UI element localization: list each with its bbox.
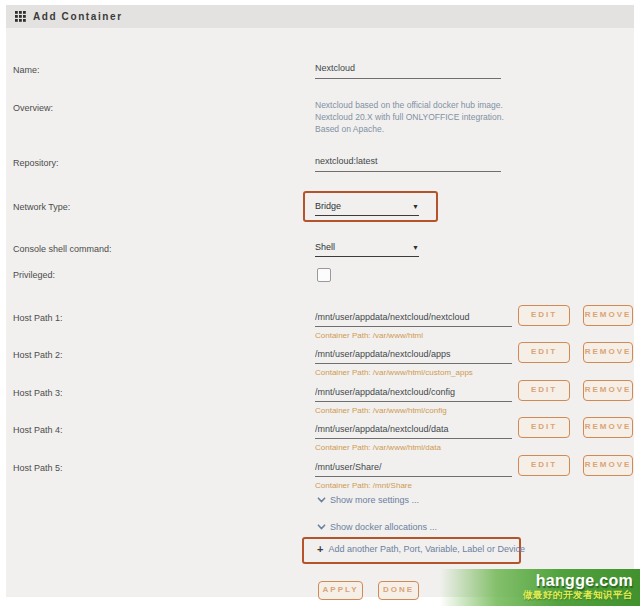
add-another-link[interactable]: + Add another Path, Port, Variable, Labe…: [317, 544, 525, 554]
host-path-1-value: /mnt/user/appdata/nextcloud/nextcloud: [315, 312, 470, 322]
edit-button[interactable]: EDIT: [518, 455, 570, 476]
container-path-note: Container Path: /var/www/html/data: [315, 443, 441, 452]
host-path-1-input[interactable]: /mnt/user/appdata/nextcloud/nextcloud: [315, 312, 512, 327]
remove-button[interactable]: REMOVE: [583, 380, 633, 401]
add-container-panel: Add Container Name: Nextcloud Overview: …: [6, 5, 634, 597]
host-path-4-value: /mnt/user/appdata/nextcloud/data: [315, 424, 449, 434]
host-path-5-label: Host Path 5:: [13, 463, 63, 473]
overview-text: Nextcloud based on the official docker h…: [315, 100, 529, 135]
remove-button[interactable]: REMOVE: [583, 342, 633, 363]
show-more-settings-link[interactable]: Show more settings ...: [317, 495, 419, 505]
network-type-label: Network Type:: [13, 202, 70, 212]
remove-button[interactable]: REMOVE: [583, 417, 633, 438]
host-path-5-value: /mnt/user/Share/: [315, 462, 382, 472]
chevron-down-icon: [317, 523, 326, 531]
container-path-note: Container Path: /var/www/html/custom_app…: [315, 368, 473, 377]
host-path-3-label: Host Path 3:: [13, 388, 63, 398]
apply-button[interactable]: APPLY: [318, 581, 363, 600]
host-path-2-input[interactable]: /mnt/user/appdata/nextcloud/apps: [315, 349, 512, 364]
add-another-label: Add another Path, Port, Variable, Label …: [328, 544, 524, 554]
hangge-watermark: hangge.com 做最好的开发者知识平台: [440, 569, 640, 606]
host-path-4-input[interactable]: /mnt/user/appdata/nextcloud/data: [315, 424, 512, 439]
console-shell-label: Console shell command:: [13, 244, 112, 254]
edit-button[interactable]: EDIT: [518, 305, 570, 326]
watermark-subtitle: 做最好的开发者知识平台: [440, 589, 633, 600]
dropdown-caret-icon: ▼: [412, 243, 419, 252]
overview-label: Overview:: [13, 103, 53, 113]
host-path-3-input[interactable]: /mnt/user/appdata/nextcloud/config: [315, 387, 512, 402]
console-shell-select[interactable]: Shell ▼: [315, 242, 419, 257]
container-path-note: Container Path: /mnt/Share: [315, 481, 412, 490]
watermark-title: hangge.com: [440, 572, 633, 589]
done-button[interactable]: DONE: [378, 581, 419, 600]
panel-title: Add Container: [33, 11, 123, 22]
container-path-note: Container Path: /var/www/html/config: [315, 406, 447, 415]
panel-titlebar: Add Container: [6, 5, 634, 28]
grid-icon: [15, 11, 26, 22]
name-input[interactable]: Nextcloud: [315, 63, 501, 79]
container-path-note: Container Path: /var/www/html: [315, 331, 423, 340]
console-shell-value: Shell: [315, 242, 335, 252]
repository-input[interactable]: nextcloud:latest: [315, 156, 501, 172]
repository-value: nextcloud:latest: [315, 156, 378, 166]
plus-icon: +: [317, 544, 323, 554]
remove-button[interactable]: REMOVE: [583, 305, 633, 326]
name-value: Nextcloud: [315, 63, 355, 73]
host-path-5-input[interactable]: /mnt/user/Share/: [315, 462, 512, 477]
dropdown-caret-icon: ▼: [412, 202, 419, 211]
edit-button[interactable]: EDIT: [518, 417, 570, 438]
show-docker-allocations-link[interactable]: Show docker allocations ...: [317, 522, 437, 532]
network-type-value: Bridge: [315, 201, 341, 211]
edit-button[interactable]: EDIT: [518, 342, 570, 363]
remove-button[interactable]: REMOVE: [583, 455, 633, 476]
show-docker-allocations-label: Show docker allocations ...: [330, 522, 437, 532]
host-path-4-label: Host Path 4:: [13, 425, 63, 435]
show-more-settings-label: Show more settings ...: [330, 495, 419, 505]
host-path-1-label: Host Path 1:: [13, 313, 63, 323]
name-label: Name:: [13, 65, 40, 75]
privileged-label: Privileged:: [13, 270, 55, 280]
repository-label: Repository:: [13, 158, 59, 168]
host-path-3-value: /mnt/user/appdata/nextcloud/config: [315, 387, 455, 397]
host-path-2-label: Host Path 2:: [13, 350, 63, 360]
network-type-select[interactable]: Bridge ▼: [315, 201, 419, 216]
edit-button[interactable]: EDIT: [518, 380, 570, 401]
host-path-row-5: Host Path 5: /mnt/user/Share/ Container …: [6, 462, 634, 498]
host-path-2-value: /mnt/user/appdata/nextcloud/apps: [315, 349, 451, 359]
chevron-down-icon: [317, 496, 326, 504]
privileged-checkbox[interactable]: [317, 268, 331, 282]
